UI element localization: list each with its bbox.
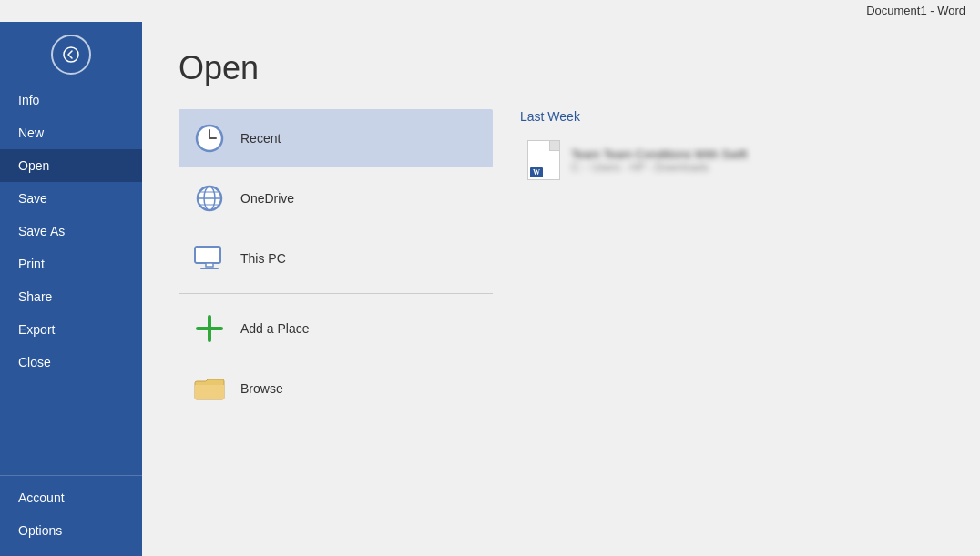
pc-icon [193,242,226,275]
page-title: Open [179,49,944,87]
locations-panel: Recent OneDrive [179,109,493,529]
location-browse[interactable]: Browse [179,359,493,418]
plus-icon [193,312,226,345]
sidebar-item-export[interactable]: Export [0,313,142,346]
open-layout: Recent OneDrive [179,109,944,529]
location-recent[interactable]: Recent [179,109,493,167]
word-badge: W [530,167,543,177]
recent-file-info: Team Team Conditions With Swift C: - Use… [571,147,747,174]
sidebar-nav: Info New Open Save Save As Print Share E… [0,84,142,556]
location-add-place[interactable]: Add a Place [179,299,493,358]
svg-rect-9 [195,247,220,263]
sidebar-item-new[interactable]: New [0,116,142,149]
location-recent-label: Recent [240,131,281,146]
svg-rect-10 [206,263,213,267]
sidebar-item-open[interactable]: Open [0,149,142,182]
recent-panel: Last Week W Team Team Conditions With Sw… [493,109,944,529]
word-doc-icon: W [527,140,560,180]
window-title: Document1 - Word [866,4,965,17]
back-button[interactable] [51,35,91,75]
sidebar-item-save[interactable]: Save [0,182,142,215]
location-browse-label: Browse [240,381,283,396]
sidebar-item-print[interactable]: Print [0,248,142,280]
folder-icon [193,372,226,405]
recent-file-path: C: - Users - HP - Downloads [571,161,747,174]
sidebar-item-save-as[interactable]: Save As [0,215,142,248]
location-add-place-label: Add a Place [240,321,310,336]
recent-file-item[interactable]: W Team Team Conditions With Swift C: - U… [520,135,944,186]
content-area: Open Recent [142,22,980,556]
location-this-pc[interactable]: This PC [179,229,493,288]
sidebar-item-info[interactable]: Info [0,84,142,116]
sidebar: Info New Open Save Save As Print Share E… [0,22,142,556]
recent-file-name: Team Team Conditions With Swift [571,147,747,161]
sidebar-item-share[interactable]: Share [0,280,142,313]
sidebar-item-options[interactable]: Options [0,514,142,547]
location-onedrive-label: OneDrive [240,191,294,206]
sidebar-item-close[interactable]: Close [0,346,142,379]
clock-icon [193,122,226,155]
sidebar-item-account[interactable]: Account [0,481,142,514]
recent-section-label: Last Week [520,109,944,124]
location-onedrive[interactable]: OneDrive [179,169,493,227]
globe-icon [193,182,226,215]
svg-point-0 [64,47,78,62]
location-this-pc-label: This PC [240,251,286,266]
sidebar-bottom: Account Options [0,470,142,556]
